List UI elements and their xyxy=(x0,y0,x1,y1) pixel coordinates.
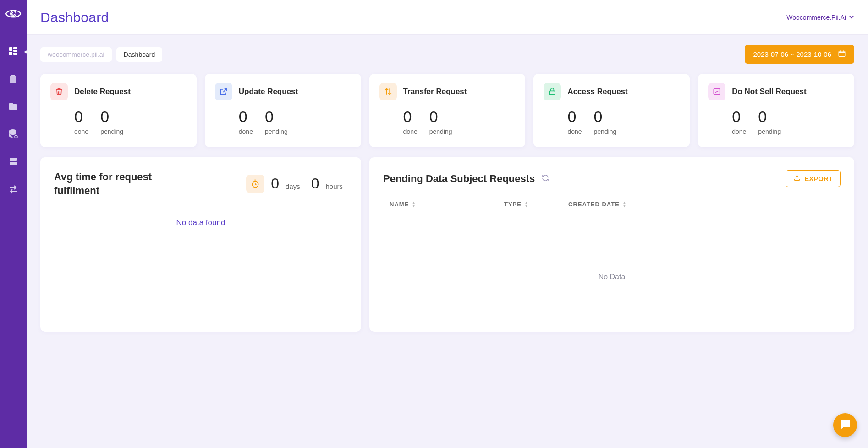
svg-rect-9 xyxy=(10,162,17,165)
stat-card-donotsell[interactable]: Do Not Sell Request 0done 0pending xyxy=(698,74,854,147)
stat-card-transfer[interactable]: Transfer Request 0done 0pending xyxy=(369,74,526,147)
avg-hours-label: hours xyxy=(325,183,343,193)
arrows-updown-icon xyxy=(379,83,397,100)
nav-database-gear[interactable] xyxy=(0,127,27,141)
avg-hours-value: 0 xyxy=(311,175,319,192)
intercom-launcher[interactable] xyxy=(833,413,857,437)
avg-days-value: 0 xyxy=(271,175,279,192)
export-label: EXPORT xyxy=(804,175,833,183)
svg-rect-1 xyxy=(9,47,12,51)
pending-title: Pending Data Subject Requests xyxy=(383,172,535,186)
nav-dashboard[interactable] xyxy=(0,44,27,59)
pending-requests-panel: Pending Data Subject Requests EXPORT NAM… xyxy=(369,157,854,332)
nav-folder[interactable] xyxy=(0,99,27,114)
date-range-picker[interactable]: 2023-07-06 ~ 2023-10-06 xyxy=(745,45,854,64)
stat-label: Do Not Sell Request xyxy=(732,87,806,96)
sort-icon: ▲▼ xyxy=(524,201,529,208)
upload-icon xyxy=(793,174,801,183)
stat-cards-row: Delete Request 0done 0pending Update Req… xyxy=(40,74,854,147)
export-button[interactable]: EXPORT xyxy=(786,170,841,187)
slash-square-icon xyxy=(708,83,725,100)
col-type[interactable]: TYPE▲▼ xyxy=(504,201,568,208)
tenant-name: Woocommerce.Pii.Ai xyxy=(786,14,846,21)
svg-rect-5 xyxy=(13,53,17,55)
refresh-icon[interactable] xyxy=(541,174,549,184)
svg-rect-11 xyxy=(550,91,555,94)
breadcrumb-page[interactable]: Dashboard xyxy=(116,47,163,62)
date-range-text: 2023-07-06 ~ 2023-10-06 xyxy=(753,50,831,58)
chat-icon xyxy=(839,418,851,432)
stat-label: Transfer Request xyxy=(403,87,467,96)
calendar-icon xyxy=(838,50,846,59)
sort-icon: ▲▼ xyxy=(412,201,416,208)
avg-no-data: No data found xyxy=(54,218,347,227)
stat-card-delete[interactable]: Delete Request 0done 0pending xyxy=(40,74,197,147)
page-title: Dashboard xyxy=(40,10,109,25)
stat-card-update[interactable]: Update Request 0done 0pending xyxy=(205,74,361,147)
svg-rect-4 xyxy=(13,50,17,52)
nav-storage[interactable] xyxy=(0,154,27,169)
sort-icon: ▲▼ xyxy=(622,201,627,208)
trash-icon xyxy=(50,83,68,100)
table-header: NAME▲▼ TYPE▲▼ CREATED DATE▲▼ xyxy=(383,187,841,213)
stat-label: Delete Request xyxy=(74,87,131,96)
svg-rect-10 xyxy=(839,51,845,57)
avg-time-title: Avg time for request fulfilment xyxy=(54,170,192,197)
svg-rect-2 xyxy=(9,52,12,55)
logo-eye-icon xyxy=(5,7,22,22)
chevron-down-icon xyxy=(849,14,854,21)
avg-days-label: days xyxy=(286,183,300,193)
stat-card-access[interactable]: Access Request 0done 0pending xyxy=(533,74,690,147)
topbar: Dashboard Woocommerce.Pii.Ai xyxy=(27,0,868,35)
table-empty: No Data xyxy=(383,213,841,281)
svg-point-7 xyxy=(15,135,17,138)
stat-label: Update Request xyxy=(239,87,298,96)
tenant-switcher[interactable]: Woocommerce.Pii.Ai xyxy=(786,14,854,21)
stat-label: Access Request xyxy=(567,87,627,96)
breadcrumb-site[interactable]: woocommerce.pii.ai xyxy=(40,47,112,62)
svg-point-0 xyxy=(11,11,16,17)
col-name[interactable]: NAME▲▼ xyxy=(390,201,504,208)
sidebar xyxy=(0,0,27,448)
nav-transfer[interactable] xyxy=(0,182,27,196)
nav-clipboard[interactable] xyxy=(0,72,27,86)
breadcrumb: woocommerce.pii.ai Dashboard xyxy=(40,47,162,62)
external-link-icon xyxy=(215,83,232,100)
svg-rect-3 xyxy=(13,47,17,49)
svg-rect-8 xyxy=(10,158,17,161)
stat-done: 0 xyxy=(74,109,88,124)
col-created[interactable]: CREATED DATE▲▼ xyxy=(568,201,834,208)
avg-time-panel: Avg time for request fulfilment 0 days 0… xyxy=(40,157,361,332)
stopwatch-icon xyxy=(246,175,264,193)
lock-icon xyxy=(544,83,561,100)
stat-pending: 0 xyxy=(100,109,123,124)
